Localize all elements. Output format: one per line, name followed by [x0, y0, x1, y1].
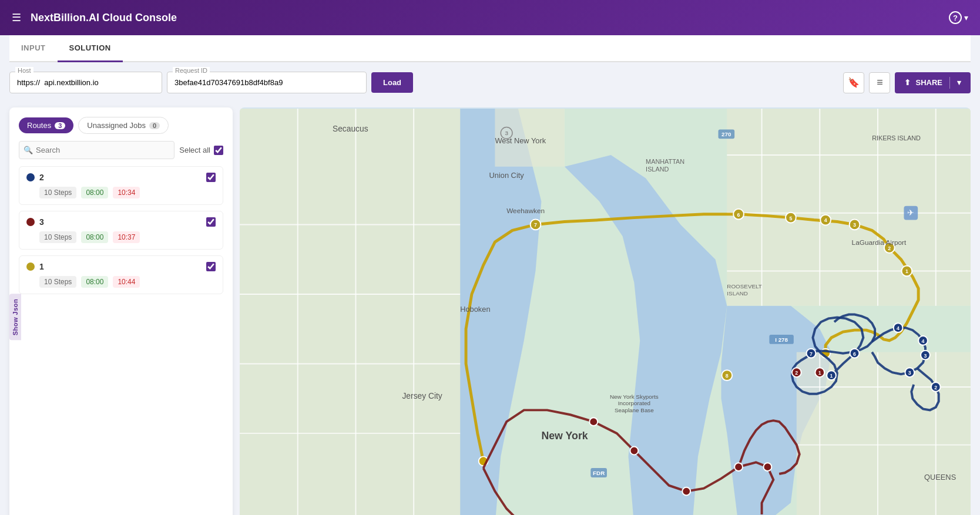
- route-item: 3 10 Steps 08:00 10:37: [19, 211, 223, 250]
- panel-tabs: Routes 3 Unassigned Jobs 0: [19, 117, 223, 134]
- svg-text:8: 8: [726, 373, 729, 379]
- route-details: 10 Steps 08:00 10:44: [26, 276, 216, 288]
- svg-text:Seaplane Base: Seaplane Base: [615, 407, 654, 413]
- svg-text:3: 3: [853, 222, 856, 228]
- svg-text:1: 1: [905, 268, 908, 274]
- svg-text:MANHATTAN: MANHATTAN: [646, 158, 684, 165]
- search-row: 🔍 Select all: [19, 141, 223, 159]
- bookmark-icon: 🔖: [848, 77, 860, 88]
- route-details: 10 Steps 08:00 10:34: [26, 187, 216, 198]
- route-dot: [26, 218, 35, 226]
- route-header: 2: [26, 173, 216, 182]
- help-icon: ?: [949, 11, 962, 24]
- svg-text:Union City: Union City: [489, 171, 525, 180]
- start-time: 08:00: [81, 231, 108, 243]
- svg-text:270: 270: [721, 131, 731, 137]
- panel-tab-unassigned[interactable]: Unassigned Jobs 0: [78, 117, 169, 134]
- svg-text:ISLAND: ISLAND: [646, 166, 669, 173]
- steps-badge: 10 Steps: [39, 187, 76, 198]
- route-checkbox[interactable]: [206, 173, 216, 182]
- svg-point-36: [682, 487, 690, 496]
- svg-point-37: [630, 447, 638, 455]
- select-all-checkbox[interactable]: [214, 146, 223, 155]
- left-panel: Routes 3 Unassigned Jobs 0 🔍 Select all: [9, 107, 233, 515]
- svg-text:RIKERS ISLAND: RIKERS ISLAND: [872, 134, 921, 142]
- route-details: 10 Steps 08:00 10:37: [26, 231, 216, 243]
- list-button[interactable]: ≡: [869, 72, 890, 93]
- svg-text:Weehawken: Weehawken: [506, 207, 545, 215]
- start-time: 08:00: [81, 276, 108, 288]
- svg-text:3: 3: [908, 370, 911, 376]
- toolbar-actions: 🔖 ≡ ⬆ SHARE ▾: [843, 72, 971, 93]
- map-svg: 1 7 6 4 4 3 2 3 1 2: [240, 107, 971, 515]
- svg-text:2: 2: [795, 370, 798, 376]
- svg-text:7: 7: [810, 351, 813, 357]
- start-time: 08:00: [81, 187, 108, 198]
- svg-text:3: 3: [505, 130, 508, 136]
- search-input[interactable]: [19, 141, 174, 159]
- route-item: 2 10 Steps 08:00 10:34: [19, 166, 223, 205]
- steps-badge: 10 Steps: [39, 276, 76, 288]
- share-button[interactable]: ⬆ SHARE ▾: [895, 72, 971, 93]
- svg-text:New York: New York: [541, 430, 588, 442]
- svg-point-38: [589, 418, 598, 426]
- svg-text:1: 1: [818, 370, 821, 376]
- end-time: 10:37: [113, 231, 140, 243]
- share-icon: ⬆: [904, 78, 911, 87]
- bookmark-button[interactable]: 🔖: [843, 72, 864, 93]
- top-navigation: ☰ NextBillion.AI Cloud Console ? ▾: [0, 0, 980, 35]
- map-area[interactable]: 1 7 6 4 4 3 2 3 1 2: [240, 107, 971, 515]
- routes-tab-label: Routes: [27, 121, 51, 130]
- load-button[interactable]: Load: [371, 72, 413, 93]
- routes-badge: 3: [55, 122, 65, 129]
- request-id-input[interactable]: [167, 72, 367, 93]
- host-input[interactable]: [9, 72, 162, 93]
- svg-text:Secaucus: Secaucus: [333, 124, 368, 133]
- share-label: SHARE: [915, 78, 942, 87]
- svg-text:New York Skyports: New York Skyports: [610, 393, 659, 400]
- svg-point-34: [764, 463, 772, 471]
- svg-text:✈: ✈: [907, 208, 914, 217]
- svg-text:6: 6: [737, 212, 740, 218]
- request-id-label: Request ID: [173, 67, 210, 74]
- show-json-button[interactable]: Show Json: [9, 294, 21, 341]
- svg-text:4: 4: [824, 218, 827, 224]
- route-id: 2: [39, 173, 202, 182]
- tab-solution[interactable]: SOLUTION: [58, 35, 123, 62]
- end-time: 10:44: [113, 276, 140, 288]
- end-time: 10:34: [113, 187, 140, 198]
- main-row: Show Json Routes 3 Unassigned Jobs 0 🔍: [9, 107, 971, 515]
- svg-rect-3: [727, 109, 971, 306]
- search-wrap: 🔍: [19, 141, 174, 159]
- route-checkbox[interactable]: [206, 217, 216, 227]
- help-button[interactable]: ? ▾: [949, 11, 968, 24]
- svg-text:5: 5: [789, 216, 792, 221]
- host-field-group: Host: [9, 72, 162, 93]
- list-icon: ≡: [877, 76, 883, 89]
- content-area: INPUT SOLUTION Host Request ID Load 🔖 ≡ …: [0, 35, 980, 515]
- svg-text:QUEENS: QUEENS: [924, 473, 956, 482]
- route-header: 3: [26, 217, 216, 227]
- host-label: Host: [15, 67, 33, 74]
- route-header: 1: [26, 262, 216, 271]
- svg-text:ROOSEVELT: ROOSEVELT: [727, 283, 762, 290]
- route-id: 1: [39, 262, 202, 271]
- app-title: NextBillion.AI Cloud Console: [31, 12, 939, 24]
- search-icon: 🔍: [24, 146, 33, 154]
- svg-text:I 278: I 278: [775, 336, 788, 343]
- select-all-label: Select all: [179, 146, 210, 154]
- svg-rect-1: [240, 109, 460, 515]
- request-id-field-group: Request ID: [167, 72, 367, 93]
- unassigned-tab-label: Unassigned Jobs: [87, 121, 146, 130]
- svg-text:4: 4: [897, 325, 900, 331]
- svg-text:1: 1: [830, 373, 833, 379]
- route-checkbox[interactable]: [206, 262, 216, 271]
- route-list: 2 10 Steps 08:00 10:34 3: [19, 166, 223, 294]
- svg-text:Hoboken: Hoboken: [460, 305, 490, 314]
- panel-tab-routes[interactable]: Routes 3: [19, 117, 73, 133]
- toolbar-row: Host Request ID Load 🔖 ≡ ⬆ SHARE ▾: [9, 72, 971, 93]
- tab-input[interactable]: INPUT: [9, 35, 58, 62]
- route-dot: [26, 262, 35, 271]
- menu-icon[interactable]: ☰: [12, 11, 21, 24]
- svg-text:7: 7: [534, 222, 537, 228]
